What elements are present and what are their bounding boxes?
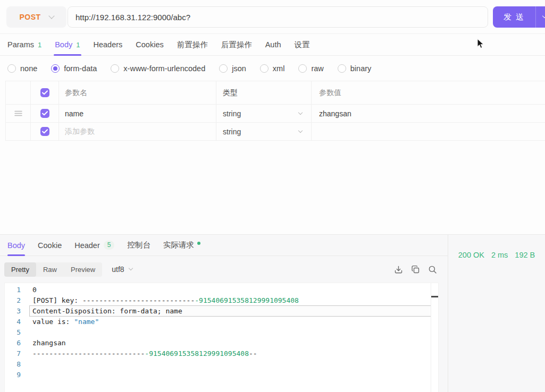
check-cell — [31, 123, 59, 140]
header-drag-cell — [6, 81, 31, 104]
line-number: 5 — [5, 327, 21, 338]
body-type-form-data[interactable]: form-data — [51, 64, 97, 73]
response-tabs: BodyCookieHeader5控制台实际请求 — [0, 235, 448, 256]
response-code-editor[interactable]: 102[POST] key: -------------------------… — [4, 283, 439, 392]
select-chevron-icon — [298, 110, 303, 114]
request-tab-label: Headers — [94, 40, 123, 49]
method-label: POST — [19, 13, 40, 21]
response-tab-label: Cookie — [38, 241, 62, 250]
request-tab-label: 设置 — [295, 40, 310, 50]
status-code: 200 OK — [458, 251, 484, 259]
encoding-select[interactable]: utf8 — [112, 265, 132, 274]
download-icon[interactable] — [394, 265, 403, 274]
response-meta-panel: 200 OK 2 ms 192 B — [448, 235, 545, 392]
code-token: --------------------------- — [32, 350, 145, 357]
request-tab-label: 前置操作 — [177, 40, 208, 50]
request-tab-Body[interactable]: Body1 — [55, 34, 80, 55]
body-type-label: xml — [273, 64, 285, 73]
body-type-json[interactable]: json — [219, 64, 246, 73]
code-text: value is: "name" — [32, 317, 99, 327]
request-tab-Headers[interactable]: Headers — [94, 34, 123, 55]
copy-icon[interactable] — [411, 265, 420, 274]
code-token: value is: — [32, 318, 74, 326]
param-name-input[interactable]: name — [59, 105, 216, 122]
code-line: 9 — [5, 370, 438, 380]
view-mode-raw[interactable]: Raw — [36, 262, 64, 277]
request-tab-后置操作[interactable]: 后置操作 — [221, 34, 252, 55]
body-type-label: none — [20, 64, 37, 73]
body-type-xml[interactable]: xml — [260, 64, 285, 73]
response-tab-Body[interactable]: Body — [7, 235, 25, 255]
param-type-select[interactable]: string — [216, 123, 312, 140]
request-tab-label: Body — [55, 40, 72, 49]
view-mode-pretty[interactable]: Pretty — [4, 262, 36, 277]
column-header-type: 类型 — [216, 81, 312, 104]
response-tab-Cookie[interactable]: Cookie — [38, 235, 62, 255]
request-tab-label: Params — [7, 40, 34, 49]
param-value-input[interactable]: zhangsan — [312, 105, 545, 122]
request-tab-设置[interactable]: 设置 — [295, 34, 310, 55]
body-type-label: raw — [311, 64, 323, 73]
response-tab-label: Body — [7, 241, 25, 250]
code-line: 8 — [5, 359, 438, 370]
tab-count-pill: 5 — [104, 241, 115, 250]
request-tab-前置操作[interactable]: 前置操作 — [177, 34, 208, 55]
param-enabled-checkbox[interactable] — [40, 127, 49, 136]
response-tab-控制台[interactable]: 控制台 — [127, 235, 150, 255]
code-line: 10 — [5, 285, 438, 295]
line-number: 3 — [5, 306, 21, 317]
body-type-raw[interactable]: raw — [298, 64, 323, 73]
line-number: 7 — [5, 348, 21, 359]
body-type-binary[interactable]: binary — [338, 64, 372, 73]
view-mode-switch: PrettyRawPreview — [4, 262, 102, 277]
method-chevron-icon — [48, 13, 54, 19]
param-name-input[interactable]: 添加参数 — [59, 123, 216, 140]
column-header-value: 参数值 — [312, 81, 545, 104]
params-table-header: 参数名 类型 参数值 — [6, 81, 545, 105]
body-type-label: form-data — [64, 64, 97, 73]
code-token: Content-Disposition: form-data; name — [32, 307, 182, 315]
body-type-label: x-www-form-urlencoded — [123, 64, 205, 73]
response-tab-label: 控制台 — [127, 240, 150, 250]
code-token: -915406915358129991095408 — [145, 350, 249, 357]
line-number: 9 — [5, 370, 21, 380]
response-body-panel: BodyCookieHeader5控制台实际请求 PrettyRawPrevie… — [0, 235, 448, 392]
api-client-window: { "request_bar": { "method": "POST", "ur… — [0, 0, 545, 392]
code-token: -- — [249, 350, 257, 357]
encoding-chevron-icon — [128, 266, 132, 270]
radio-icon — [298, 64, 307, 73]
request-tab-Cookies[interactable]: Cookies — [136, 34, 163, 55]
param-type-value: string — [223, 109, 241, 118]
request-tab-Auth[interactable]: Auth — [265, 34, 281, 55]
search-icon[interactable] — [428, 265, 437, 274]
param-value-input[interactable] — [312, 123, 545, 140]
editor-scrollbar-track[interactable] — [431, 283, 438, 392]
radio-icon — [111, 64, 119, 73]
drag-handle-icon[interactable] — [14, 109, 22, 118]
response-tab-Header[interactable]: Header5 — [74, 235, 114, 255]
request-tab-label: Cookies — [136, 40, 163, 49]
check-cell — [31, 105, 59, 122]
request-tab-Params[interactable]: Params1 — [7, 34, 41, 55]
code-text: [POST] key: ----------------------------… — [32, 295, 299, 306]
body-type-x-www-form-urlencoded[interactable]: x-www-form-urlencoded — [111, 64, 205, 73]
method-select[interactable]: POST — [6, 6, 66, 28]
request-bar: POST 发 送 — [6, 6, 545, 28]
param-enabled-checkbox[interactable] — [40, 109, 49, 118]
select-all-checkbox[interactable] — [40, 88, 49, 97]
code-line: 3Content-Disposition: form-data; name — [5, 306, 438, 317]
send-button[interactable]: 发 送 — [493, 6, 545, 28]
radio-icon — [219, 64, 228, 73]
response-tab-实际请求[interactable]: 实际请求 — [163, 235, 200, 255]
code-text: zhangsan — [32, 338, 66, 348]
response-panel: BodyCookieHeader5控制台实际请求 PrettyRawPrevie… — [0, 234, 545, 392]
view-mode-preview[interactable]: Preview — [64, 262, 102, 277]
body-type-label: binary — [350, 64, 372, 73]
code-token: zhangsan — [32, 339, 66, 347]
url-input[interactable] — [68, 6, 488, 28]
send-options-caret[interactable] — [536, 16, 545, 18]
param-type-select[interactable]: string — [216, 105, 312, 122]
response-toolbar: PrettyRawPreview utf8 — [0, 256, 448, 283]
body-type-none[interactable]: none — [7, 64, 37, 73]
unread-dot — [197, 242, 200, 245]
